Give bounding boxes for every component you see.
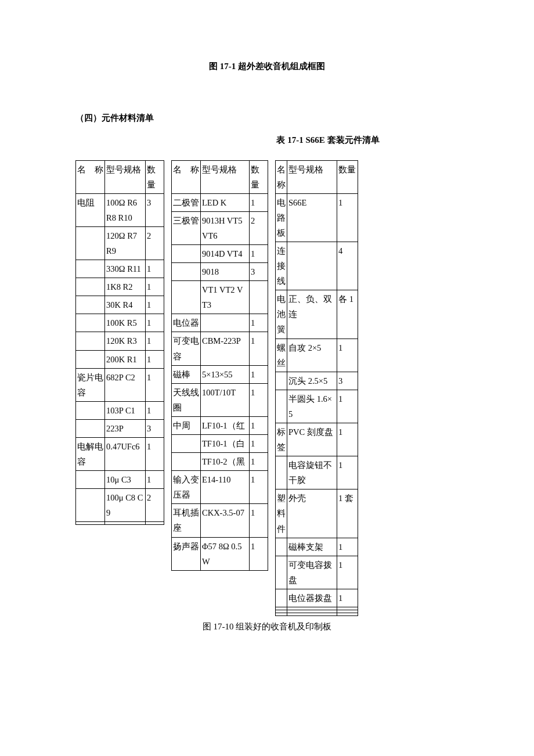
cell-qty: 1 — [146, 260, 164, 278]
col-header-qty: 数量 — [337, 160, 358, 193]
cell-spec: 正、负、双连 — [287, 290, 337, 339]
cell-qty: 1 — [250, 537, 268, 570]
cell-name — [76, 278, 105, 296]
cell-name: 瓷片电容 — [76, 368, 105, 401]
table-row: 330Ω R111 — [76, 260, 164, 278]
cell-name: 螺丝 — [276, 339, 287, 372]
col-header-name: 名称 — [276, 160, 287, 193]
cell-name: 标签 — [276, 423, 287, 456]
table-row: TF10-1（白1 — [172, 435, 268, 453]
cell-qty: 3 — [146, 419, 164, 437]
cell-qty: 1 — [337, 556, 358, 589]
table-row: 二极管LED K1 — [172, 193, 268, 211]
cell-spec: 120K R3 — [105, 332, 146, 350]
cell-qty: 1 — [146, 278, 164, 296]
col-header-spec: 型号规格 — [201, 160, 250, 193]
cell-spec: 半圆头 1.6×5 — [287, 390, 337, 423]
cell-name — [76, 489, 105, 522]
cell-qty: 2 — [250, 211, 268, 244]
cell-spec — [287, 242, 337, 290]
cell-spec: PVC 刻度盘 — [287, 423, 337, 456]
table-row: 天线线圈100T/10T1 — [172, 383, 268, 416]
cell-qty: 1 — [146, 314, 164, 332]
cell-qty: 1 — [250, 314, 268, 332]
table-row: 塑料件外壳1 套 — [276, 489, 358, 538]
figure-caption-top: 图 17-1 超外差收音机组成框图 — [75, 58, 459, 75]
table-row: 名称 型号规格 数量 — [276, 160, 358, 193]
cell-name: 塑料件 — [276, 489, 287, 538]
cell-qty: 2 — [146, 489, 164, 522]
cell-name: 三极管 — [172, 211, 201, 244]
cell-name — [172, 244, 201, 262]
cell-name — [76, 260, 105, 278]
cell-spec: 外壳 — [287, 489, 337, 538]
cell-name — [172, 435, 201, 453]
cell-name: 中周 — [172, 416, 201, 434]
cell-qty: 1 — [250, 332, 268, 365]
col-header-name: 名 称 — [172, 160, 201, 193]
table-row: 电位器拨盘1 — [276, 589, 358, 607]
table-row: 名 称 型号规格 数量 — [76, 160, 164, 193]
table-row: 磁棒5×13×551 — [172, 365, 268, 383]
cell-qty: 3 — [337, 372, 358, 390]
table-row: 223P3 — [76, 419, 164, 437]
cell-name — [76, 419, 105, 437]
table-row: 120Ω R7 R92 — [76, 226, 164, 260]
cell-qty: 各 1 — [337, 290, 358, 339]
cell-name — [276, 556, 287, 589]
table-row: 100K R51 — [76, 314, 164, 332]
table-row: 100μ C8 C92 — [76, 489, 164, 522]
col-header-spec: 型号规格 — [287, 160, 337, 193]
cell-spec: S66E — [287, 193, 337, 242]
table-row: 可变电容拨盘1 — [276, 556, 358, 589]
cell-spec: 磁棒支架 — [287, 538, 337, 556]
cell-qty: 4 — [337, 242, 358, 290]
cell-spec: LED K — [201, 193, 250, 211]
table-row: 30K R41 — [76, 296, 164, 314]
components-table-2: 名 称 型号规格 数量 二极管LED K1 三极管9013H VT5 VT62 … — [171, 160, 268, 571]
cell-spec: 100T/10T — [201, 383, 250, 416]
cell-spec: 电容旋钮不干胶 — [287, 456, 337, 489]
cell-qty: 1 — [146, 350, 164, 368]
cell-name — [76, 226, 105, 260]
cell-name — [76, 522, 105, 525]
table-row: 耳机插座CKX-3.5-071 — [172, 504, 268, 537]
table-row: 可变电容CBM-223P1 — [172, 332, 268, 365]
cell-spec: E14-110 — [201, 471, 250, 504]
cell-qty: 1 — [250, 365, 268, 383]
cell-name: 电位器 — [172, 314, 201, 332]
cell-spec: 电位器拨盘 — [287, 589, 337, 607]
table-row: 电池簧正、负、双连各 1 — [276, 290, 358, 339]
figure-caption-bottom: 图 17-10 组装好的收音机及印制板 — [75, 618, 459, 635]
cell-spec: 200K R1 — [105, 350, 146, 368]
cell-name: 可变电容 — [172, 332, 201, 365]
cell-name — [76, 296, 105, 314]
table-row: 120K R31 — [76, 332, 164, 350]
cell-qty: 1 — [250, 471, 268, 504]
cell-name — [276, 538, 287, 556]
col-header-qty: 数量 — [250, 160, 268, 193]
cell-qty: 1 — [146, 368, 164, 401]
cell-qty: 1 — [337, 193, 358, 242]
table-row: 扬声器Φ57 8Ω 0.5W1 — [172, 537, 268, 570]
components-table-3: 名称 型号规格 数量 电路板S66E1 连接线4 电池簧正、负、双连各 1 螺丝… — [275, 160, 358, 617]
cell-name: 二极管 — [172, 193, 201, 211]
cell-spec — [287, 613, 337, 616]
cell-qty: 1 — [146, 296, 164, 314]
cell-spec: CBM-223P — [201, 332, 250, 365]
cell-qty — [250, 281, 268, 314]
cell-spec: 5×13×55 — [201, 365, 250, 383]
cell-qty: 1 — [146, 471, 164, 489]
cell-spec: 9014D VT4 — [201, 244, 250, 262]
table-row: 电解电容0.47UFc61 — [76, 438, 164, 471]
cell-qty — [146, 522, 164, 525]
cell-spec: Φ57 8Ω 0.5W — [201, 537, 250, 570]
components-table-1: 名 称 型号规格 数量 电阻100Ω R6 R8 R103 120Ω R7 R9… — [75, 160, 164, 525]
cell-name — [76, 401, 105, 419]
cell-spec: TF10-2（黑 — [201, 453, 250, 471]
table-row — [76, 522, 164, 525]
cell-spec: 30K R4 — [105, 296, 146, 314]
cell-name: 连接线 — [276, 242, 287, 290]
cell-qty: 1 — [337, 339, 358, 372]
section-heading: （四）元件材料清单 — [75, 110, 459, 127]
